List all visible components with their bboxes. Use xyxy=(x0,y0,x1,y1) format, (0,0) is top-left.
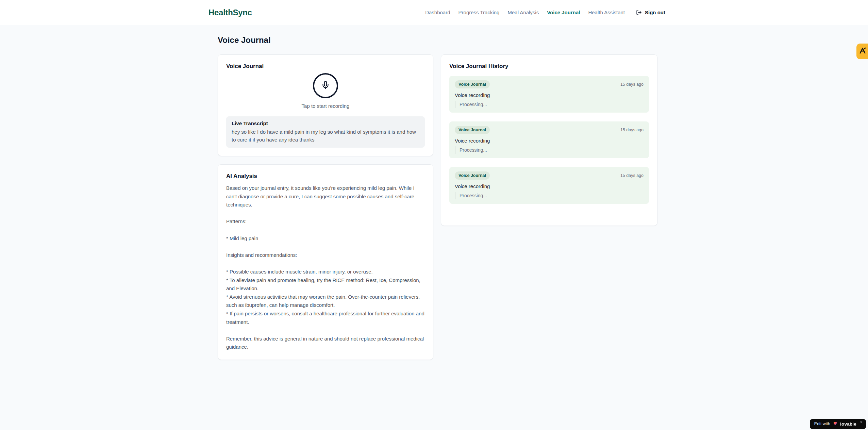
page-title: Voice Journal xyxy=(218,35,868,45)
app-header: HealthSync DashboardProgress TrackingMea… xyxy=(0,0,868,25)
app-logo[interactable]: HealthSync xyxy=(208,8,252,17)
mic-icon xyxy=(321,81,330,91)
lovable-prefix-label: Edit with xyxy=(814,421,830,426)
history-entry-header: Voice Journal 15 days ago xyxy=(455,80,644,88)
entry-timestamp: 15 days ago xyxy=(620,128,644,132)
signout-label: Sign out xyxy=(645,10,665,15)
nav-item-voice-journal[interactable]: Voice Journal xyxy=(547,10,580,15)
history-entry: Voice Journal 15 days ago Voice recordin… xyxy=(449,121,649,158)
entry-status: Processing... xyxy=(455,146,644,154)
main-nav: DashboardProgress TrackingMeal AnalysisV… xyxy=(425,10,625,15)
logout-icon xyxy=(636,10,642,15)
mic-area: Tap to start recording xyxy=(226,73,425,109)
nav-item-progress-tracking[interactable]: Progress Tracking xyxy=(458,10,500,15)
heart-icon xyxy=(833,421,838,427)
history-entry: Voice Journal 15 days ago Voice recordin… xyxy=(449,76,649,113)
close-icon[interactable]: × xyxy=(860,420,863,424)
left-column: Voice Journal Tap to start recording xyxy=(218,54,433,360)
live-transcript-title: Live Transcript xyxy=(232,120,419,126)
entry-title: Voice recording xyxy=(455,138,644,144)
nav-item-dashboard[interactable]: Dashboard xyxy=(425,10,450,15)
history-card-title: Voice Journal History xyxy=(449,63,649,70)
recorder-card-title: Voice Journal xyxy=(226,63,425,70)
right-column: Voice Journal History Voice Journal 15 d… xyxy=(441,54,657,226)
lambda-logo-icon xyxy=(859,47,866,56)
entry-timestamp: 15 days ago xyxy=(620,82,644,87)
voice-recorder-card: Voice Journal Tap to start recording xyxy=(218,54,433,156)
nav-item-meal-analysis[interactable]: Meal Analysis xyxy=(507,10,539,15)
live-transcript-text: hey so like I do have a mild pain in my … xyxy=(232,128,419,144)
voice-journal-history-card: Voice Journal History Voice Journal 15 d… xyxy=(441,54,657,226)
entry-title: Voice recording xyxy=(455,183,644,189)
history-entry-header: Voice Journal 15 days ago xyxy=(455,171,644,180)
nav-group: DashboardProgress TrackingMeal AnalysisV… xyxy=(425,10,665,15)
main-content: Voice Journal Voice Journal xyxy=(0,25,868,360)
live-transcript-box: Live Transcript hey so like I do have a … xyxy=(226,116,425,148)
history-entry: Voice Journal 15 days ago Voice recordin… xyxy=(449,167,649,204)
content-grid: Voice Journal Tap to start recording xyxy=(218,54,868,360)
entry-type-badge: Voice Journal xyxy=(455,80,490,88)
entry-status: Processing... xyxy=(455,101,644,108)
entry-type-badge: Voice Journal xyxy=(455,126,490,134)
ai-analysis-card: AI Analysis Based on your journal entry,… xyxy=(218,164,433,360)
entry-timestamp: 15 days ago xyxy=(620,173,644,178)
entry-type-badge: Voice Journal xyxy=(455,171,490,180)
signout-button[interactable]: Sign out xyxy=(636,10,665,15)
record-button[interactable] xyxy=(313,73,338,98)
nav-item-health-assistant[interactable]: Health Assistant xyxy=(588,10,625,15)
history-list: Voice Journal 15 days ago Voice recordin… xyxy=(449,76,649,204)
entry-title: Voice recording xyxy=(455,92,644,98)
ai-analysis-body: Based on your journal entry, it sounds l… xyxy=(226,184,425,351)
lovable-brand-label: lovable xyxy=(840,421,856,427)
tap-to-record-hint: Tap to start recording xyxy=(226,103,425,109)
history-entry-header: Voice Journal 15 days ago xyxy=(455,126,644,134)
edit-with-lovable-badge[interactable]: Edit with lovable × xyxy=(810,419,866,429)
entry-status: Processing... xyxy=(455,192,644,199)
side-widget-button[interactable] xyxy=(856,44,868,59)
ai-analysis-title: AI Analysis xyxy=(226,173,425,180)
